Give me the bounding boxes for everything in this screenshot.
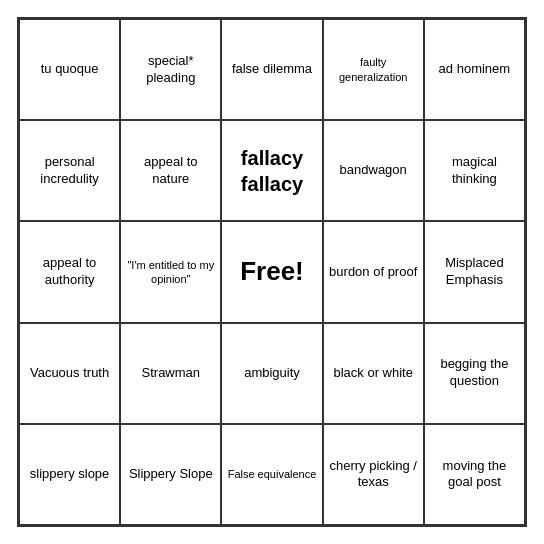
bingo-cell-r4c1: Slippery Slope: [120, 424, 221, 525]
bingo-cell-r0c0: tu quoque: [19, 19, 120, 120]
bingo-cell-r1c4: magical thinking: [424, 120, 525, 221]
bingo-card: tu quoquespecial* pleadingfalse dilemmaf…: [17, 17, 527, 527]
bingo-cell-r1c0: personal incredulity: [19, 120, 120, 221]
bingo-cell-r2c4: Misplaced Emphasis: [424, 221, 525, 322]
bingo-cell-r0c3: faulty generalization: [323, 19, 424, 120]
bingo-cell-r0c4: ad hominem: [424, 19, 525, 120]
bingo-cell-r3c3: black or white: [323, 323, 424, 424]
bingo-cell-r3c1: Strawman: [120, 323, 221, 424]
bingo-cell-r2c1: "I'm entitled to my opinion": [120, 221, 221, 322]
bingo-cell-r1c2: fallacy fallacy: [221, 120, 322, 221]
bingo-cell-r2c2: Free!: [221, 221, 322, 322]
bingo-cell-r3c4: begging the question: [424, 323, 525, 424]
bingo-cell-r1c3: bandwagon: [323, 120, 424, 221]
bingo-cell-r1c1: appeal to nature: [120, 120, 221, 221]
bingo-cell-r4c0: slippery slope: [19, 424, 120, 525]
bingo-cell-r2c3: burdon of proof: [323, 221, 424, 322]
bingo-cell-r4c4: moving the goal post: [424, 424, 525, 525]
bingo-cell-r4c2: False equivalence: [221, 424, 322, 525]
bingo-cell-r4c3: cherry picking / texas: [323, 424, 424, 525]
bingo-cell-r3c0: Vacuous truth: [19, 323, 120, 424]
bingo-cell-r2c0: appeal to authority: [19, 221, 120, 322]
bingo-cell-r0c2: false dilemma: [221, 19, 322, 120]
bingo-cell-r3c2: ambiguity: [221, 323, 322, 424]
bingo-cell-r0c1: special* pleading: [120, 19, 221, 120]
